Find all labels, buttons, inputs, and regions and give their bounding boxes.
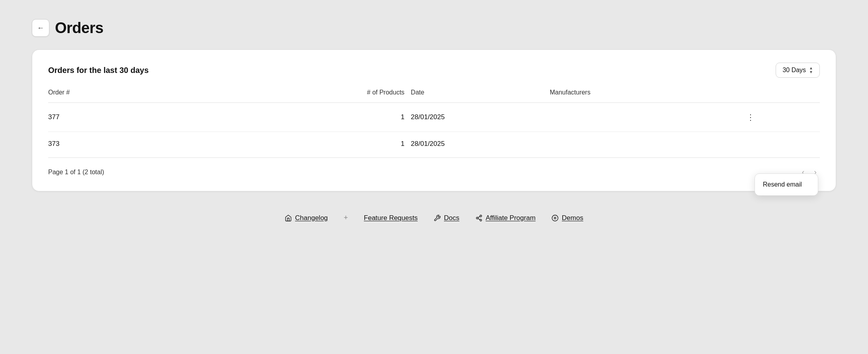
- footer-affiliate-link[interactable]: Affiliate Program: [475, 214, 536, 222]
- card-header: Orders for the last 30 days 30 Days ▲▼: [48, 63, 820, 78]
- order-number: 373: [48, 132, 318, 156]
- table-header-row: Order # # of Products Date Manufacturers: [48, 89, 820, 103]
- days-selector[interactable]: 30 Days ▲▼: [776, 63, 820, 78]
- page-header: ← Orders: [32, 19, 836, 37]
- svg-line-4: [478, 216, 480, 218]
- footer-changelog-link[interactable]: Changelog: [285, 214, 328, 222]
- demos-icon: [551, 214, 559, 222]
- svg-line-3: [478, 218, 480, 220]
- order-actions: ⋮: [743, 103, 820, 132]
- orders-card: Orders for the last 30 days 30 Days ▲▼ O…: [32, 49, 836, 191]
- footer-docs-link[interactable]: Docs: [434, 214, 459, 222]
- order-products: 1: [318, 103, 411, 132]
- docs-label: Docs: [444, 214, 459, 222]
- table-row: 373 1 28/01/2025: [48, 132, 820, 156]
- footer-feature-requests-link[interactable]: Feature Requests: [364, 214, 418, 222]
- pagination-info: Page 1 of 1 (2 total): [48, 169, 104, 176]
- footer-separator-1: +: [344, 214, 348, 222]
- order-manufacturers: [550, 103, 743, 132]
- order-number: 377: [48, 103, 318, 132]
- col-header-actions: [743, 89, 820, 103]
- demos-label: Demos: [562, 214, 583, 222]
- card-title: Orders for the last 30 days: [48, 66, 149, 75]
- col-header-products: # of Products: [318, 89, 411, 103]
- pagination-row: Page 1 of 1 (2 total) ‹ ›: [48, 157, 820, 178]
- col-header-manufacturers: Manufacturers: [550, 89, 743, 103]
- svg-point-5: [552, 215, 558, 221]
- affiliate-icon: [475, 214, 483, 222]
- order-date: 28/01/2025: [411, 103, 550, 132]
- order-actions: [743, 132, 820, 156]
- orders-table: Order # # of Products Date Manufacturers…: [48, 89, 820, 156]
- order-manufacturers: [550, 132, 743, 156]
- chevrons-icon: ▲▼: [809, 66, 813, 74]
- days-selector-label: 30 Days: [782, 67, 806, 74]
- dropdown-menu: Resend email: [755, 173, 818, 196]
- col-header-date: Date: [411, 89, 550, 103]
- footer: Changelog + Feature Requests Docs: [32, 214, 836, 222]
- more-options-button[interactable]: ⋮: [743, 111, 759, 124]
- changelog-icon: [285, 214, 292, 222]
- docs-icon: [434, 214, 441, 222]
- back-icon: ←: [37, 24, 44, 32]
- back-button[interactable]: ←: [32, 19, 49, 37]
- affiliate-label: Affiliate Program: [486, 214, 536, 222]
- order-date: 28/01/2025: [411, 132, 550, 156]
- page-wrapper: ← Orders Orders for the last 30 days 30 …: [0, 0, 868, 354]
- changelog-label: Changelog: [295, 214, 328, 222]
- table-row: 377 1 28/01/2025 ⋮: [48, 103, 820, 132]
- footer-demos-link[interactable]: Demos: [551, 214, 583, 222]
- svg-point-6: [554, 217, 556, 219]
- feature-requests-label: Feature Requests: [364, 214, 418, 222]
- order-products: 1: [318, 132, 411, 156]
- col-header-order: Order #: [48, 89, 318, 103]
- page-title: Orders: [55, 20, 104, 37]
- resend-email-item[interactable]: Resend email: [755, 176, 818, 193]
